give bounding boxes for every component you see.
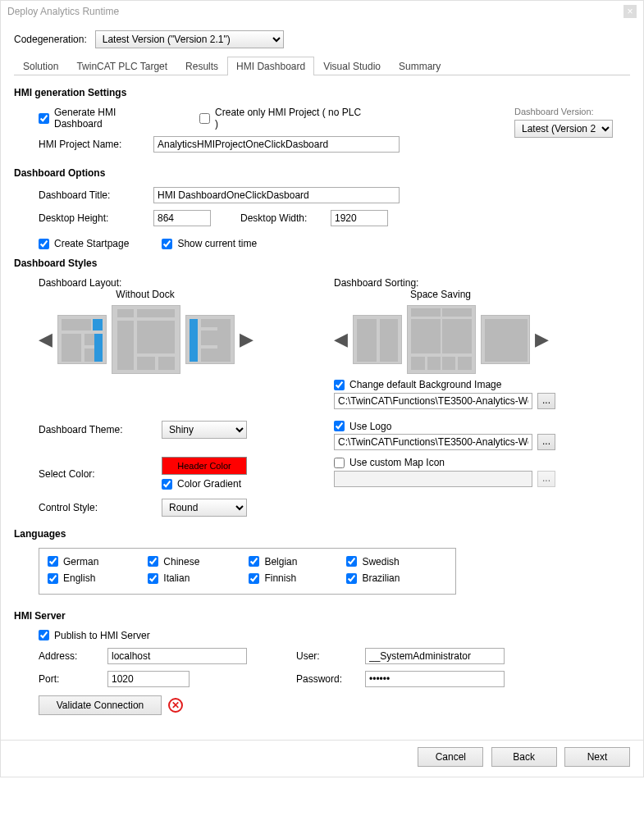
codegen-label: Codegeneration: (14, 34, 87, 45)
desktop-width-input[interactable] (331, 210, 388, 226)
tab-hmi-dashboard[interactable]: HMI Dashboard (227, 57, 314, 75)
user-label: User: (296, 650, 365, 662)
dash-options-heading: Dashboard Options (14, 167, 630, 179)
layout-caption: Without Dock (39, 289, 252, 300)
gradient-checkbox[interactable]: Color Gradient (162, 478, 241, 490)
server-heading: HMI Server (14, 610, 630, 622)
tab-visual-studio[interactable]: Visual Studio (314, 57, 390, 75)
logo-path-input[interactable] (334, 434, 532, 450)
next-button[interactable]: Next (564, 747, 630, 767)
hmi-settings-heading: HMI generation Settings (14, 87, 630, 98)
layout-tile-right[interactable] (185, 315, 235, 364)
show-time-checkbox[interactable]: Show current time (162, 238, 257, 249)
desktop-height-input[interactable] (153, 210, 211, 226)
map-icon-path-input (334, 471, 532, 487)
sorting-tile-right[interactable] (481, 315, 530, 364)
tab-solution[interactable]: Solution (14, 57, 67, 75)
layout-next-icon[interactable]: ▶ (240, 329, 253, 350)
project-name-input[interactable] (153, 136, 400, 153)
project-name-label: HMI Project Name: (39, 139, 153, 150)
lang-english[interactable]: English (48, 572, 95, 584)
lang-brazilian[interactable]: Brazilian (346, 572, 400, 584)
desktop-width-label: Desktop Width: (240, 212, 331, 224)
validate-connection-button[interactable]: Validate Connection (39, 695, 162, 715)
lang-german[interactable]: German (48, 556, 98, 567)
password-label: Password: (296, 673, 365, 685)
map-icon-browse-button: ... (537, 471, 555, 487)
map-icon-checkbox[interactable]: Use custom Map Icon (334, 457, 445, 468)
layout-tile-center[interactable] (112, 305, 180, 374)
dashboard-version-select[interactable]: Latest (Version 2.0) (514, 120, 613, 138)
desktop-height-label: Desktop Height: (39, 212, 153, 224)
window-title: Deploy Analytics Runtime (7, 6, 119, 17)
lang-italian[interactable]: Italian (148, 572, 190, 584)
bg-browse-button[interactable]: ... (537, 393, 555, 409)
layout-prev-icon[interactable]: ◀ (39, 329, 53, 350)
sorting-prev-icon[interactable]: ◀ (334, 329, 348, 350)
dash-title-label: Dashboard Title: (39, 189, 153, 201)
port-label: Port: (39, 673, 107, 685)
back-button[interactable]: Back (491, 747, 557, 767)
sorting-label: Dashboard Sorting: (334, 277, 630, 289)
tab-summary[interactable]: Summary (390, 57, 450, 75)
tab-twincat-plc-target[interactable]: TwinCAT PLC Target (67, 57, 176, 75)
cancel-button[interactable]: Cancel (418, 747, 483, 767)
error-icon: ✕ (168, 698, 183, 713)
codegen-select[interactable]: Latest Version ("Version 2.1") (95, 30, 284, 48)
theme-label: Dashboard Theme: (39, 424, 162, 435)
control-style-label: Control Style: (39, 502, 162, 513)
layout-label: Dashboard Layout: (39, 277, 334, 289)
logo-browse-button[interactable]: ... (537, 434, 555, 450)
use-logo-checkbox[interactable]: Use Logo (334, 421, 391, 432)
theme-select[interactable]: Shiny (162, 421, 247, 439)
header-color-button[interactable]: Header Color (162, 457, 247, 475)
lang-finnish[interactable]: Finnish (249, 572, 296, 584)
languages-heading: Languages (14, 528, 630, 540)
sorting-caption: Space Saving (334, 289, 547, 300)
titlebar: Deploy Analytics Runtime × (1, 1, 643, 22)
create-only-hmi-checkbox[interactable]: Create only HMI Project ( no PLC ) (199, 107, 367, 130)
dashboard-version-label: Dashboard Version: (514, 107, 630, 116)
bg-path-input[interactable] (334, 393, 532, 409)
address-label: Address: (39, 650, 107, 662)
lang-chinese[interactable]: Chinese (148, 556, 199, 567)
control-style-select[interactable]: Round (162, 499, 247, 517)
port-input[interactable] (107, 671, 190, 687)
tabs: Solution TwinCAT PLC Target Results HMI … (14, 57, 630, 75)
lang-belgian[interactable]: Belgian (249, 556, 297, 567)
color-label: Select Color: (39, 468, 162, 480)
tab-results[interactable]: Results (176, 57, 227, 75)
generate-hmi-checkbox[interactable]: Generate HMI Dashboard (39, 107, 167, 130)
layout-tile-left[interactable] (57, 315, 107, 364)
publish-checkbox[interactable]: Publish to HMI Server (39, 630, 150, 641)
sorting-next-icon[interactable]: ▶ (535, 329, 549, 350)
dash-title-input[interactable] (153, 187, 400, 203)
change-bg-checkbox[interactable]: Change default Background Image (334, 379, 501, 390)
sorting-tile-center[interactable] (407, 305, 476, 374)
sorting-tile-left[interactable] (353, 315, 402, 364)
footer: Cancel Back Next (1, 741, 643, 777)
password-input[interactable] (365, 671, 505, 687)
user-input[interactable] (365, 648, 505, 664)
dash-styles-heading: Dashboard Styles (14, 258, 630, 269)
close-icon[interactable]: × (623, 5, 637, 18)
create-startpage-checkbox[interactable]: Create Startpage (39, 238, 129, 249)
lang-swedish[interactable]: Swedish (346, 556, 399, 567)
address-input[interactable] (107, 648, 247, 664)
